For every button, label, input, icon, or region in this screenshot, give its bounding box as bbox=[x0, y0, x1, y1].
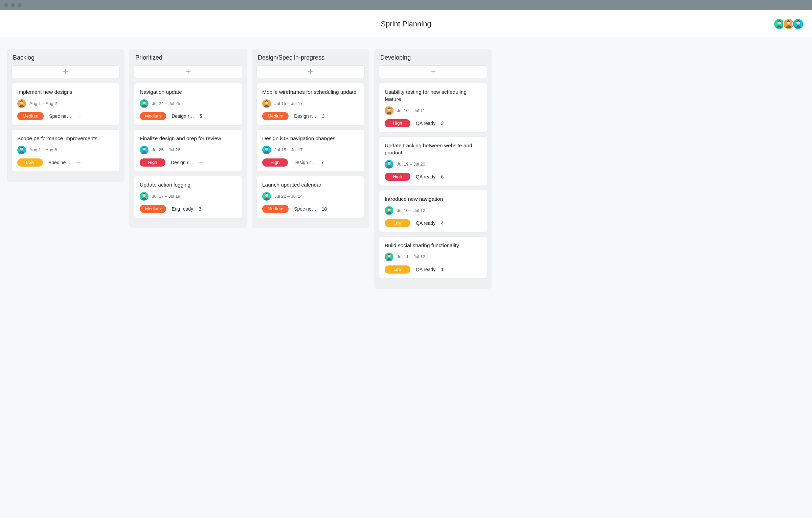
task-card[interactable]: Scope performance improvements Aug 1 – A… bbox=[12, 129, 120, 172]
traffic-zoom-icon[interactable] bbox=[18, 3, 22, 7]
status-label: Design r… bbox=[172, 113, 194, 119]
task-card[interactable]: Update tracking between website and prod… bbox=[379, 136, 487, 186]
assignee-avatar[interactable] bbox=[385, 253, 393, 261]
add-card-button[interactable] bbox=[379, 65, 487, 78]
card-footer: HighDesign r…7 bbox=[262, 158, 359, 167]
card-date: Jul 22 – Jul 24 bbox=[274, 194, 303, 199]
card-title: Design iOS navigation changes bbox=[262, 135, 359, 142]
plus-icon bbox=[308, 69, 313, 74]
card-date: Jul 15 – Jul 17 bbox=[274, 101, 303, 106]
assignee-avatar[interactable] bbox=[385, 206, 393, 215]
priority-pill: High bbox=[385, 119, 410, 127]
status-label: Spec ne… bbox=[48, 160, 70, 165]
card-footer: HighQA ready3 bbox=[385, 119, 481, 127]
card-title: Update tracking between website and prod… bbox=[385, 142, 481, 156]
browser-chrome bbox=[0, 0, 812, 10]
add-card-button[interactable] bbox=[134, 65, 242, 78]
card-date: Jul 15 – Jul 17 bbox=[274, 147, 303, 152]
assignee-avatar[interactable] bbox=[385, 160, 393, 169]
priority-pill: High bbox=[140, 158, 165, 167]
plus-icon bbox=[430, 69, 436, 74]
column-title: Prioritized bbox=[135, 54, 241, 61]
priority-pill: Medium bbox=[140, 112, 166, 120]
status-label: QA ready bbox=[416, 174, 435, 179]
assignee-avatar[interactable] bbox=[262, 192, 271, 201]
card-title: Navigation update bbox=[140, 89, 236, 96]
task-card[interactable]: Introduce new navigation Jul 10 – Jul 12… bbox=[379, 190, 487, 232]
add-card-button[interactable] bbox=[12, 65, 120, 78]
assignee-avatar[interactable] bbox=[140, 99, 149, 108]
header-avatar[interactable] bbox=[792, 18, 804, 30]
assignee-avatar[interactable] bbox=[17, 99, 26, 108]
assignee-avatar[interactable] bbox=[140, 146, 149, 154]
card-footer: MediumDesign r…5 bbox=[140, 112, 236, 120]
assignee-avatar[interactable] bbox=[385, 106, 393, 115]
column-title: Developing bbox=[380, 54, 486, 61]
priority-pill: Medium bbox=[140, 205, 166, 213]
card-footer: LowQA ready1 bbox=[385, 265, 481, 274]
card-meta: Jul 25 – Jul 26 bbox=[140, 146, 236, 154]
card-footer: LowQA ready4 bbox=[385, 219, 481, 227]
priority-pill: Medium bbox=[262, 205, 289, 213]
card-meta: Jul 15 – Jul 17 bbox=[262, 99, 359, 108]
board-column: BacklogImplement new designs Aug 1 – Aug… bbox=[7, 49, 125, 182]
priority-pill: Medium bbox=[262, 112, 289, 120]
card-date: Jul 24 – Jul 25 bbox=[152, 101, 180, 106]
traffic-minimize-icon[interactable] bbox=[11, 3, 15, 7]
assignee-avatar[interactable] bbox=[140, 192, 149, 201]
card-footer: MediumDesign r…3 bbox=[262, 112, 359, 120]
card-meta: Jul 15 – Jul 17 bbox=[262, 146, 359, 154]
status-label: QA ready bbox=[416, 220, 435, 226]
plus-icon bbox=[63, 69, 68, 74]
card-date: Jul 10 – Jul 11 bbox=[397, 108, 425, 113]
card-meta: Jul 10 – Jul 11 bbox=[385, 106, 481, 115]
priority-pill: Low bbox=[385, 265, 410, 274]
status-label: QA ready bbox=[416, 267, 435, 272]
card-meta: Jul 22 – Jul 24 bbox=[262, 192, 359, 201]
card-title: Build social sharing functionality bbox=[385, 242, 481, 249]
assignee-avatar[interactable] bbox=[17, 146, 26, 154]
task-card[interactable]: Finalize design and prep for review Jul … bbox=[134, 129, 242, 172]
task-card[interactable]: Build social sharing functionality Jul 1… bbox=[379, 236, 487, 279]
subtask-count: 5 bbox=[199, 113, 202, 119]
card-footer: HighQA ready6 bbox=[385, 173, 481, 181]
empty-count-icon bbox=[199, 162, 203, 163]
kanban-board: BacklogImplement new designs Aug 1 – Aug… bbox=[0, 38, 812, 300]
task-card[interactable]: Update action logging Jul 17 – Jul 19Med… bbox=[134, 176, 242, 218]
task-card[interactable]: Mobile wireframes for scheduling update … bbox=[256, 83, 365, 125]
task-card[interactable]: Navigation update Jul 24 – Jul 25MediumD… bbox=[134, 83, 242, 125]
card-date: Jul 17 – Jul 19 bbox=[152, 194, 180, 199]
card-meta: Jul 17 – Jul 19 bbox=[140, 192, 236, 201]
plus-icon bbox=[185, 69, 191, 74]
card-footer: MediumEng ready3 bbox=[140, 205, 236, 213]
subtask-count: 4 bbox=[441, 220, 444, 226]
card-meta: Jul 24 – Jul 25 bbox=[140, 99, 236, 108]
card-title: Introduce new navigation bbox=[385, 196, 481, 203]
card-title: Update action logging bbox=[140, 181, 236, 189]
subtask-count: 6 bbox=[441, 174, 444, 179]
card-meta: Aug 1 – Aug 2 bbox=[17, 99, 114, 108]
status-label: Design r… bbox=[293, 160, 316, 165]
task-card[interactable]: Launch updated calendar Jul 22 – Jul 24M… bbox=[256, 176, 365, 218]
assignee-avatar[interactable] bbox=[262, 99, 271, 108]
empty-count-icon bbox=[77, 116, 82, 116]
task-card[interactable]: Design iOS navigation changes Jul 15 – J… bbox=[256, 129, 365, 172]
assignee-avatar[interactable] bbox=[262, 146, 271, 154]
card-date: Aug 1 – Aug 6 bbox=[29, 147, 57, 152]
card-footer: MediumSpec ne… bbox=[17, 112, 114, 120]
task-card[interactable]: Implement new designs Aug 1 – Aug 2Mediu… bbox=[12, 83, 120, 125]
priority-pill: High bbox=[385, 173, 410, 181]
task-card[interactable]: Usability testing for new scheduling fea… bbox=[379, 83, 487, 132]
traffic-close-icon[interactable] bbox=[4, 3, 8, 7]
add-card-button[interactable] bbox=[256, 65, 365, 78]
card-footer: MediumSpec ne…10 bbox=[262, 205, 359, 213]
priority-pill: Low bbox=[17, 158, 43, 167]
card-footer: HighDesign r… bbox=[140, 158, 236, 167]
app-header: Sprint Planning bbox=[0, 10, 812, 38]
page-title: Sprint Planning bbox=[381, 20, 431, 28]
card-title: Implement new designs bbox=[17, 89, 114, 96]
subtask-count: 3 bbox=[322, 113, 324, 119]
card-date: Jul 11 – Jul 12 bbox=[397, 254, 425, 259]
card-date: Aug 1 – Aug 2 bbox=[29, 101, 57, 106]
board-column: PrioritizedNavigation update Jul 24 – Ju… bbox=[129, 49, 247, 228]
